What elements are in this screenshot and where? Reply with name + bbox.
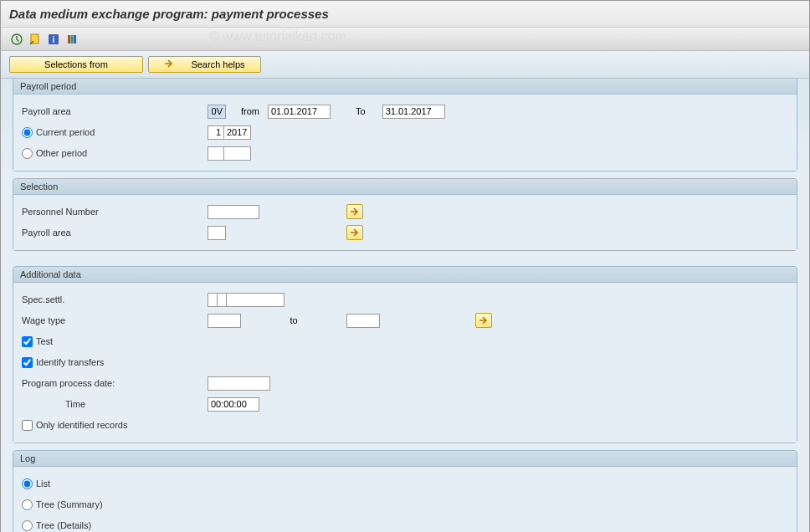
from-label: from	[241, 106, 259, 116]
log-tree-summary-radio-label[interactable]: Tree (Summary)	[22, 499, 103, 510]
selections-from-label: Selections from	[44, 59, 108, 69]
log-group: Log List Tree (Summary)	[13, 450, 797, 532]
wage-type-multiple-button[interactable]	[475, 313, 492, 328]
time-field[interactable]	[208, 397, 259, 412]
payroll-period-header: Payroll period	[13, 79, 797, 95]
selection-payroll-area-field[interactable]	[208, 226, 226, 240]
current-period-radio[interactable]	[22, 127, 33, 138]
payroll-area-label: Payroll area	[22, 106, 208, 116]
other-period-text: Other period	[36, 148, 87, 158]
execute-icon[interactable]	[9, 32, 24, 47]
get-variant-icon[interactable]	[28, 32, 43, 47]
only-identified-records-checkbox-label[interactable]: Only identified records	[22, 420, 127, 431]
personnel-number-multiple-button[interactable]	[346, 204, 363, 219]
other-period-radio[interactable]	[22, 148, 33, 159]
selection-group: Selection Personnel Number Payroll area	[13, 178, 797, 251]
log-list-radio[interactable]	[22, 478, 33, 489]
only-identified-records-text: Only identified records	[36, 420, 127, 430]
additional-data-header: Additional data	[13, 267, 797, 283]
identify-transfers-text: Identify transfers	[36, 357, 104, 367]
search-helps-label: Search helps	[191, 59, 244, 69]
selection-payroll-area-label: Payroll area	[22, 228, 208, 238]
program-process-date-field[interactable]	[208, 376, 270, 391]
payroll-period-group: Payroll period Payroll area from To Curr…	[13, 79, 797, 171]
time-label: Time	[22, 399, 208, 409]
log-tree-summary-radio[interactable]	[22, 499, 33, 510]
wage-type-from-field[interactable]	[208, 314, 241, 328]
current-period-year-field[interactable]	[223, 125, 251, 140]
additional-data-group: Additional data Spec.settl. Wage type to	[13, 266, 797, 443]
spec-settl-field-3[interactable]	[226, 293, 285, 307]
identify-transfers-checkbox-label[interactable]: Identify transfers	[22, 357, 104, 368]
only-identified-records-checkbox[interactable]	[22, 420, 33, 431]
selection-payroll-area-multiple-button[interactable]	[346, 225, 363, 240]
arrow-right-icon	[164, 59, 174, 69]
program-process-date-label: Program process date:	[22, 378, 208, 388]
selections-from-button[interactable]: Selections from	[9, 56, 143, 73]
log-tree-details-text: Tree (Details)	[36, 520, 91, 530]
payroll-area-field[interactable]	[208, 105, 226, 119]
spec-settl-label: Spec.settl.	[22, 294, 208, 304]
wage-type-label: Wage type	[22, 315, 208, 325]
other-period-year-field[interactable]	[223, 146, 251, 161]
svg-text:i: i	[53, 35, 55, 44]
selection-header: Selection	[13, 179, 797, 195]
log-list-text: List	[36, 478, 50, 489]
search-helps-button[interactable]: Search helps	[148, 56, 261, 73]
log-tree-summary-text: Tree (Summary)	[36, 499, 103, 509]
log-tree-details-radio-label[interactable]: Tree (Details)	[22, 520, 91, 531]
log-list-radio-label[interactable]: List	[22, 478, 50, 489]
wage-type-to-field[interactable]	[346, 314, 380, 328]
current-period-radio-label[interactable]: Current period	[22, 127, 95, 138]
svg-rect-4	[68, 35, 70, 43]
wage-type-to-label: to	[241, 315, 346, 325]
from-date-field[interactable]	[268, 105, 331, 119]
other-period-radio-label[interactable]: Other period	[22, 148, 87, 159]
personnel-number-label: Personnel Number	[22, 207, 208, 217]
app-toolbar: i	[1, 28, 809, 51]
info-icon[interactable]: i	[46, 32, 61, 47]
stripes-icon[interactable]	[64, 32, 79, 47]
test-checkbox-label[interactable]: Test	[22, 336, 53, 347]
test-checkbox[interactable]	[22, 336, 33, 347]
current-period-num-field[interactable]	[208, 125, 224, 140]
svg-rect-5	[71, 35, 74, 43]
log-header: Log	[13, 451, 797, 467]
identify-transfers-checkbox[interactable]	[22, 357, 33, 368]
to-label: To	[356, 106, 366, 116]
svg-rect-6	[74, 35, 76, 43]
action-button-row: Selections from Search helps	[1, 51, 809, 79]
log-tree-details-radio[interactable]	[22, 520, 33, 531]
current-period-text: Current period	[36, 127, 95, 137]
personnel-number-field[interactable]	[208, 205, 259, 219]
test-text: Test	[36, 336, 53, 346]
page-title: Data medium exchange program: payment pr…	[1, 1, 809, 28]
to-date-field[interactable]	[382, 105, 445, 119]
other-period-num-field[interactable]	[208, 146, 224, 161]
